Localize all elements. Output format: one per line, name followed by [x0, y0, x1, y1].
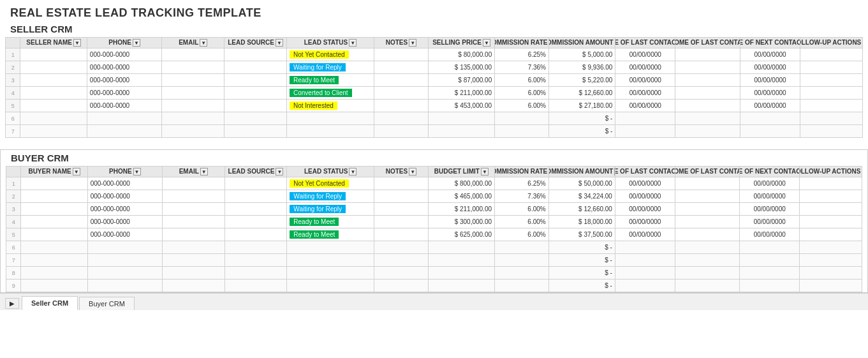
seller-table-row[interactable]: 2 000-000-0000 Waiting for Reply $ 135,0… — [6, 61, 863, 74]
buyer-name-cell[interactable] — [21, 228, 87, 241]
comm-rate-cell[interactable]: 6.00% — [495, 100, 549, 112]
email-cell[interactable] — [162, 203, 224, 216]
email-cell[interactable] — [162, 190, 224, 203]
outcome-last-cell[interactable] — [675, 203, 740, 216]
date-next-cell[interactable]: 00/00/0000 — [740, 177, 800, 190]
followup-cell[interactable] — [800, 177, 862, 190]
comm-amount-cell[interactable]: $ 37,500.00 — [548, 228, 615, 241]
date-next-cell[interactable]: 00/00/0000 — [740, 87, 800, 100]
email-cell[interactable] — [162, 177, 224, 190]
comm-amount-cell[interactable]: $ 12,660.00 — [549, 87, 615, 100]
comm-rate-cell[interactable]: 6.25% — [495, 177, 549, 190]
buyer-name-dropdown[interactable]: ▼ — [73, 168, 80, 175]
phone-cell[interactable]: 000-000-0000 — [87, 61, 161, 74]
budget-limit-dropdown[interactable]: ▼ — [481, 168, 489, 175]
tab-buyer-crm[interactable]: Buyer CRM — [79, 297, 135, 310]
lead-status-cell[interactable]: Waiting for Reply — [287, 190, 374, 203]
buyer-notes-dropdown[interactable]: ▼ — [409, 168, 416, 175]
comm-amount-cell[interactable]: $ 12,660.00 — [548, 203, 615, 216]
comm-amount-cell[interactable]: $ 34,224.00 — [548, 190, 615, 203]
lead-status-cell[interactable]: Not Interested — [287, 100, 374, 112]
seller-name-cell[interactable] — [20, 87, 87, 100]
buyer-email-dropdown[interactable]: ▼ — [200, 168, 208, 175]
date-next-cell[interactable]: 00/00/0000 — [740, 48, 800, 61]
date-last-cell[interactable]: 00/00/0000 — [615, 216, 675, 228]
followup-cell[interactable] — [800, 228, 862, 241]
selling-price-cell[interactable]: $ 87,000.00 — [428, 74, 494, 87]
notes-cell[interactable] — [374, 177, 429, 190]
notes-cell[interactable] — [374, 190, 429, 203]
lead-source-cell[interactable] — [224, 177, 287, 190]
lead-status-cell[interactable]: Not Yet Contacted — [287, 48, 374, 61]
tab-seller-crm[interactable]: Seller CRM — [22, 296, 78, 310]
phone-cell[interactable]: 000-000-0000 — [87, 228, 162, 241]
followup-cell[interactable] — [800, 216, 862, 228]
phone-cell[interactable]: 000-000-0000 — [87, 48, 161, 61]
buyer-name-cell[interactable] — [21, 177, 87, 190]
buyer-table-row[interactable]: 4 000-000-0000 Ready to Meet $ 300,000.0… — [6, 216, 862, 228]
comm-amount-cell[interactable]: $ 5,000.00 — [549, 48, 615, 61]
email-cell[interactable] — [162, 61, 224, 74]
lead-status-dropdown[interactable]: ▼ — [349, 39, 357, 47]
followup-cell[interactable] — [800, 87, 863, 100]
date-last-cell[interactable]: 00/00/0000 — [615, 190, 675, 203]
date-last-cell[interactable]: 00/00/0000 — [615, 100, 675, 112]
email-cell[interactable] — [162, 87, 224, 100]
lead-status-cell[interactable]: Ready to Meet — [287, 228, 374, 241]
phone-dropdown[interactable]: ▼ — [133, 39, 140, 47]
phone-cell[interactable]: 000-000-0000 — [87, 190, 162, 203]
comm-amount-cell[interactable]: $ 9,936.00 — [549, 61, 615, 74]
lead-source-cell[interactable] — [224, 190, 287, 203]
seller-name-cell[interactable] — [20, 74, 87, 87]
outcome-last-cell[interactable] — [675, 48, 740, 61]
buyer-empty-row[interactable]: 6 $ - — [6, 241, 862, 254]
selling-price-cell[interactable]: $ 211,000.00 — [428, 87, 494, 100]
comm-rate-cell[interactable]: 6.25% — [495, 48, 549, 61]
selling-price-dropdown[interactable]: ▼ — [483, 39, 490, 47]
notes-cell[interactable] — [374, 87, 429, 100]
date-next-cell[interactable]: 00/00/0000 — [740, 203, 800, 216]
outcome-last-cell[interactable] — [675, 177, 740, 190]
comm-rate-cell[interactable]: 6.00% — [495, 87, 549, 100]
buyer-name-cell[interactable] — [21, 203, 87, 216]
seller-name-cell[interactable] — [20, 48, 87, 61]
budget-cell[interactable]: $ 211,000.00 — [428, 203, 494, 216]
buyer-lead-status-dropdown[interactable]: ▼ — [349, 168, 357, 175]
notes-cell[interactable] — [374, 228, 429, 241]
lead-source-cell[interactable] — [224, 87, 287, 100]
outcome-last-cell[interactable] — [675, 190, 740, 203]
budget-cell[interactable]: $ 625,000.00 — [428, 228, 494, 241]
outcome-last-cell[interactable] — [675, 228, 740, 241]
buyer-empty-row[interactable]: 8 $ - — [6, 267, 862, 280]
seller-name-cell[interactable] — [20, 100, 87, 112]
followup-cell[interactable] — [800, 203, 862, 216]
selling-price-cell[interactable]: $ 453,000.00 — [428, 100, 494, 112]
notes-cell[interactable] — [374, 48, 429, 61]
lead-status-cell[interactable]: Waiting for Reply — [287, 61, 374, 74]
budget-cell[interactable]: $ 465,000.00 — [428, 190, 494, 203]
outcome-last-cell[interactable] — [675, 87, 740, 100]
comm-amount-cell[interactable]: $ 18,000.00 — [548, 216, 615, 228]
followup-cell[interactable] — [800, 190, 862, 203]
seller-table-row[interactable]: 5 000-000-0000 Not Interested $ 453,000.… — [6, 100, 863, 112]
date-next-cell[interactable]: 00/00/0000 — [740, 61, 800, 74]
buyer-phone-dropdown[interactable]: ▼ — [133, 168, 141, 175]
email-cell[interactable] — [162, 48, 224, 61]
email-dropdown[interactable]: ▼ — [200, 39, 207, 47]
comm-rate-cell[interactable]: 6.00% — [495, 228, 549, 241]
date-last-cell[interactable]: 00/00/0000 — [615, 228, 675, 241]
notes-cell[interactable] — [374, 74, 429, 87]
comm-amount-cell[interactable]: $ 5,220.00 — [549, 74, 615, 87]
buyer-name-cell[interactable] — [21, 216, 87, 228]
seller-empty-row[interactable]: 6 $ - — [6, 112, 863, 125]
comm-amount-cell[interactable]: $ 27,180.00 — [549, 100, 615, 112]
date-next-cell[interactable]: 00/00/0000 — [740, 228, 800, 241]
lead-status-cell[interactable]: Waiting for Reply — [287, 203, 374, 216]
seller-table-row[interactable]: 1 000-000-0000 Not Yet Contacted $ 80,00… — [6, 48, 863, 61]
followup-cell[interactable] — [800, 61, 863, 74]
notes-cell[interactable] — [374, 100, 429, 112]
outcome-last-cell[interactable] — [675, 74, 740, 87]
email-cell[interactable] — [162, 100, 224, 112]
date-last-cell[interactable]: 00/00/0000 — [615, 177, 675, 190]
phone-cell[interactable]: 000-000-0000 — [87, 177, 162, 190]
